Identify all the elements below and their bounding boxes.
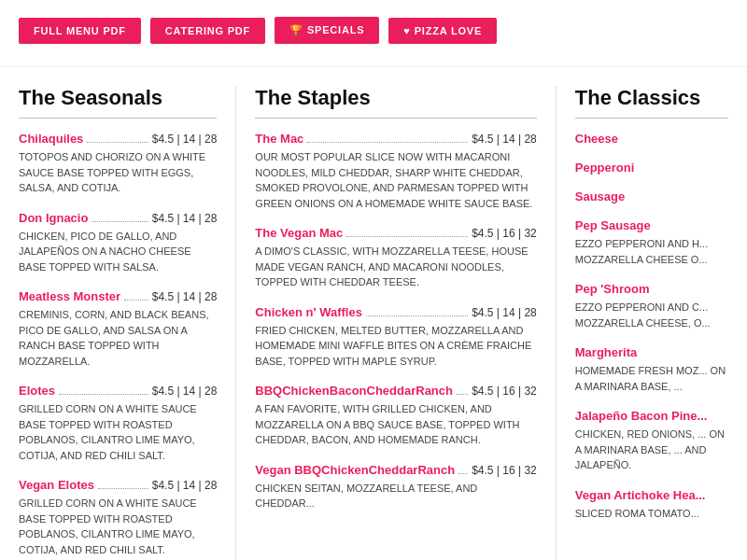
dotted-line (59, 394, 148, 395)
menu-column-staples: The StaplesThe Mac$4.5 | 14 | 28OUR MOST… (236, 86, 556, 560)
item-header: Margherita (575, 345, 728, 359)
item-header: Chilaquiles$4.5 | 14 | 28 (19, 132, 217, 146)
item-name: Chicken n' Waffles (255, 305, 362, 319)
item-header: Elotes$4.5 | 14 | 28 (19, 384, 217, 398)
menu-item: Chicken n' Waffles$4.5 | 14 | 28FRIED CH… (255, 305, 536, 370)
specials-button[interactable]: 🏆SPECIALS (275, 17, 379, 44)
item-name-dotted: Sausage (575, 189, 728, 203)
dotted-line (457, 394, 468, 395)
menu-item: Pep 'ShroomEZZO PEPPERONI AND C... MOZZA… (575, 282, 728, 330)
item-name-dotted: The Vegan Mac (255, 226, 472, 240)
item-price: $4.5 | 14 | 28 (152, 385, 218, 398)
item-name: Elotes (19, 384, 55, 398)
item-header: Jalapeño Bacon Pine... (575, 409, 728, 423)
item-name: Pep Sausage (575, 218, 651, 232)
menu-item: The Vegan Mac$4.5 | 16 | 32A DIMO'S CLAS… (255, 226, 536, 290)
item-desc: CREMINIS, CORN, AND BLACK BEANS, PICO DE… (19, 307, 217, 369)
item-name-dotted: Chicken n' Waffles (255, 305, 472, 319)
item-header: BBQChickenBaconCheddarRanch$4.5 | 16 | 3… (255, 384, 536, 398)
item-name: Sausage (575, 189, 625, 203)
menu-item: Elotes$4.5 | 14 | 28GRILLED CORN ON A WH… (19, 384, 217, 463)
menu-item: BBQChickenBaconCheddarRanch$4.5 | 16 | 3… (255, 384, 536, 448)
item-name: Vegan Artichoke Hea... (575, 488, 706, 502)
item-name: BBQChickenBaconCheddarRanch (255, 384, 453, 398)
dotted-line (92, 221, 148, 222)
menu-item: Chilaquiles$4.5 | 14 | 28TOTOPOS AND CHO… (19, 132, 217, 196)
item-name: Jalapeño Bacon Pine... (575, 409, 708, 423)
item-desc: CHICKEN, PICO DE GALLO, AND JALAPEÑOS ON… (19, 229, 217, 275)
item-header: Vegan BBQChickenCheddarRanch$4.5 | 16 | … (255, 463, 536, 477)
menu-column-seasonals: The SeasonalsChilaquiles$4.5 | 14 | 28TO… (19, 86, 236, 560)
item-name-dotted: Chilaquiles (19, 132, 152, 146)
menu-item: MargheritaHOMEMADE FRESH MOZ... ON A MAR… (575, 345, 728, 394)
item-name-dotted: Elotes (19, 384, 152, 398)
menu-item: Cheese (575, 132, 728, 146)
catering-pdf-button[interactable]: CATERING PDF (150, 18, 265, 44)
menu-item: Pepperoni (575, 161, 728, 175)
dotted-line (87, 142, 148, 143)
item-name: Meatless Monster (19, 289, 120, 303)
item-name: The Mac (255, 132, 303, 146)
menu-item: The Mac$4.5 | 14 | 28OUR MOST POPULAR SL… (255, 132, 536, 211)
item-desc: FRIED CHICKEN, MELTED BUTTER, MOZZARELLA… (255, 323, 536, 370)
pizza-love-button[interactable]: ♥PIZZA LOVE (388, 18, 497, 44)
top-bar: FULL MENU PDFCATERING PDF🏆SPECIALS♥PIZZA… (0, 0, 747, 57)
classics-divider (575, 118, 728, 119)
item-desc: CHICKEN SEITAN, MOZZARELLA TEESE, AND CH… (255, 481, 536, 511)
item-name-dotted: Cheese (575, 132, 728, 146)
item-price: $4.5 | 14 | 28 (152, 479, 218, 492)
item-desc: SLICED ROMA TOMATO... (575, 506, 728, 522)
item-name: The Vegan Mac (255, 226, 343, 240)
item-name-dotted: Margherita (575, 345, 728, 359)
item-name: Chilaquiles (19, 132, 83, 146)
item-header: Pep Sausage (575, 218, 728, 232)
menu-column-classics: The ClassicsCheesePepperoniSausagePep Sa… (557, 86, 728, 560)
item-price: $4.5 | 14 | 28 (472, 133, 537, 146)
item-name-dotted: Pepperoni (575, 161, 728, 175)
item-name-dotted: Vegan Artichoke Hea... (575, 488, 728, 502)
full-menu-pdf-button[interactable]: FULL MENU PDF (19, 18, 141, 44)
item-desc: CHICKEN, RED ONIONS, ... ON A MARINARA B… (575, 427, 728, 473)
item-price: $4.5 | 14 | 28 (472, 306, 537, 319)
item-price: $4.5 | 16 | 32 (472, 227, 537, 240)
item-name-dotted: Jalapeño Bacon Pine... (575, 409, 728, 423)
item-desc: TOTOPOS AND CHORIZO ON A WHITE SAUCE BAS… (19, 149, 217, 196)
menu-item: Vegan BBQChickenCheddarRanch$4.5 | 16 | … (255, 463, 536, 511)
item-name: Margherita (575, 345, 637, 359)
item-desc: GRILLED CORN ON A WHITE SAUCE BASE TOPPE… (19, 401, 217, 463)
info-bar (0, 57, 747, 67)
item-name-dotted: Vegan Elotes (19, 478, 152, 492)
item-header: Cheese (575, 132, 728, 146)
item-header: The Mac$4.5 | 14 | 28 (255, 132, 536, 146)
item-name: Vegan BBQChickenCheddarRanch (255, 463, 455, 477)
item-header: Pepperoni (575, 161, 728, 175)
specials-icon: 🏆 (289, 24, 303, 35)
dotted-line (366, 315, 468, 316)
item-name-dotted: The Mac (255, 132, 472, 146)
pizza-love-icon: ♥ (403, 25, 410, 36)
item-desc: HOMEMADE FRESH MOZ... ON A MARINARA BASE… (575, 363, 728, 394)
item-header: The Vegan Mac$4.5 | 16 | 32 (255, 226, 536, 240)
staples-title: The Staples (255, 86, 536, 110)
item-name-dotted: Vegan BBQChickenCheddarRanch (255, 463, 472, 477)
dotted-line (98, 488, 148, 489)
item-desc: A FAN FAVORITE, WITH GRILLED CHICKEN, AN… (255, 401, 536, 448)
item-name-dotted: Don Ignacio (19, 211, 152, 225)
dotted-line (458, 473, 468, 474)
menu-item: Sausage (575, 189, 728, 203)
dotted-line (346, 236, 468, 237)
item-name: Vegan Elotes (19, 478, 94, 492)
item-header: Chicken n' Waffles$4.5 | 14 | 28 (255, 305, 536, 319)
classics-title: The Classics (575, 86, 728, 110)
item-header: Vegan Elotes$4.5 | 14 | 28 (19, 478, 217, 492)
item-name: Don Ignacio (19, 211, 88, 225)
item-desc: EZZO PEPPERONI AND C... MOZZARELLA CHEES… (575, 300, 728, 330)
item-name: Pep 'Shroom (575, 282, 650, 296)
item-header: Pep 'Shroom (575, 282, 728, 296)
menu-item: Jalapeño Bacon Pine...CHICKEN, RED ONION… (575, 409, 728, 473)
item-price: $4.5 | 14 | 28 (152, 133, 218, 146)
item-header: Meatless Monster$4.5 | 14 | 28 (19, 289, 217, 303)
item-desc: A DIMO'S CLASSIC, WITH MOZZARELLA TEESE,… (255, 244, 536, 290)
item-desc: OUR MOST POPULAR SLICE NOW WITH MACARONI… (255, 149, 536, 211)
item-name-dotted: Meatless Monster (19, 289, 152, 303)
